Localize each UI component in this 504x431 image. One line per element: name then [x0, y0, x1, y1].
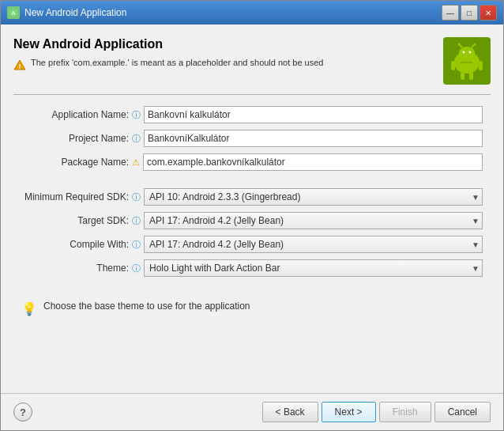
compile-with-wrapper: API 17: Android 4.2 (Jelly Bean) API 16:… [144, 236, 483, 253]
help-button[interactable]: ? [13, 403, 32, 422]
svg-rect-14 [479, 61, 483, 70]
package-name-row: Package Name: ⚠ [21, 153, 483, 171]
app-name-info-icon[interactable]: ⓘ [132, 109, 141, 121]
compile-with-select[interactable]: API 17: Android 4.2 (Jelly Bean) API 16:… [144, 236, 483, 253]
title-bar: A New Android Application — □ ✕ [1, 1, 503, 25]
svg-text:!: ! [19, 62, 21, 70]
hint-text: Choose the base theme to use for the app… [43, 301, 250, 312]
min-sdk-wrapper: API 10: Android 2.3.3 (Gingerbread) API … [144, 188, 483, 206]
target-sdk-wrapper: API 17: Android 4.2 (Jelly Bean) API 16:… [144, 212, 483, 229]
min-sdk-select[interactable]: API 10: Android 2.3.3 (Gingerbread) API … [144, 188, 483, 206]
header-text: New Android Application ! The prefix 'co… [13, 37, 431, 71]
compile-with-info-icon[interactable]: ⓘ [132, 239, 141, 251]
compile-with-label: Compile With: [21, 239, 132, 250]
svg-point-7 [463, 51, 465, 54]
app-window: A New Android Application — □ ✕ New Andr… [0, 0, 504, 431]
svg-rect-13 [451, 61, 455, 70]
svg-point-8 [469, 51, 472, 54]
project-name-row: Project Name: ⓘ [21, 130, 483, 147]
svg-rect-15 [461, 72, 465, 80]
svg-rect-16 [469, 72, 473, 80]
svg-point-11 [458, 43, 461, 46]
target-sdk-info-icon[interactable]: ⓘ [132, 215, 141, 227]
project-name-input[interactable] [144, 130, 483, 147]
finish-button[interactable]: Finish [379, 402, 431, 422]
svg-point-6 [459, 47, 475, 59]
warning-row: ! The prefix 'com.example.' is meant as … [13, 58, 431, 71]
min-sdk-info-icon[interactable]: ⓘ [132, 191, 141, 203]
page-title: New Android Application [13, 37, 431, 51]
theme-row: Theme: ⓘ Holo Light with Dark Action Bar… [21, 259, 483, 277]
maximize-button[interactable]: □ [461, 5, 478, 21]
svg-text:A: A [11, 9, 16, 17]
warning-text: The prefix 'com.example.' is meant as a … [31, 58, 323, 67]
cancel-button[interactable]: Cancel [434, 402, 491, 422]
form-section: Application Name: ⓘ Project Name: ⓘ Pack… [13, 106, 491, 177]
window-title: New Android Application [24, 7, 442, 18]
minimize-button[interactable]: — [442, 5, 459, 21]
svg-point-12 [474, 43, 476, 46]
close-button[interactable]: ✕ [480, 5, 497, 21]
content-spacer [13, 329, 491, 380]
theme-info-icon[interactable]: ⓘ [132, 263, 141, 274]
project-name-info-icon[interactable]: ⓘ [132, 133, 141, 145]
dialog-content: New Android Application ! The prefix 'co… [1, 25, 503, 393]
back-button[interactable]: < Back [262, 402, 318, 422]
project-name-label: Project Name: [21, 133, 132, 144]
theme-label: Theme: [21, 263, 132, 274]
hint-section: 💡 Choose the base theme to use for the a… [13, 294, 491, 323]
window-icon: A [7, 6, 20, 19]
button-bar: ? < Back Next > Finish Cancel [1, 393, 503, 430]
target-sdk-label: Target SDK: [21, 215, 132, 226]
app-name-row: Application Name: ⓘ [21, 106, 483, 123]
target-sdk-row: Target SDK: ⓘ API 17: Android 4.2 (Jelly… [21, 212, 483, 229]
window-controls: — □ ✕ [442, 5, 497, 21]
next-button[interactable]: Next > [322, 402, 376, 422]
theme-select[interactable]: Holo Light with Dark Action Bar Holo Dar… [144, 259, 483, 277]
app-name-input[interactable] [144, 106, 483, 123]
package-name-input[interactable] [143, 153, 483, 171]
app-name-label: Application Name: [21, 109, 132, 120]
min-sdk-row: Minimum Required SDK: ⓘ API 10: Android … [21, 188, 483, 206]
package-name-warn-icon[interactable]: ⚠ [132, 157, 140, 168]
android-logo [443, 37, 491, 85]
header-divider [13, 94, 491, 95]
min-sdk-label: Minimum Required SDK: [21, 191, 132, 202]
compile-with-row: Compile With: ⓘ API 17: Android 4.2 (Jel… [21, 236, 483, 253]
sdk-section: Minimum Required SDK: ⓘ API 10: Android … [13, 188, 491, 283]
header-section: New Android Application ! The prefix 'co… [13, 37, 491, 85]
theme-wrapper: Holo Light with Dark Action Bar Holo Dar… [144, 259, 483, 277]
warning-icon: ! [13, 59, 26, 71]
target-sdk-select[interactable]: API 17: Android 4.2 (Jelly Bean) API 16:… [144, 212, 483, 229]
package-name-label: Package Name: [21, 157, 132, 168]
hint-bulb-icon: 💡 [21, 301, 37, 316]
